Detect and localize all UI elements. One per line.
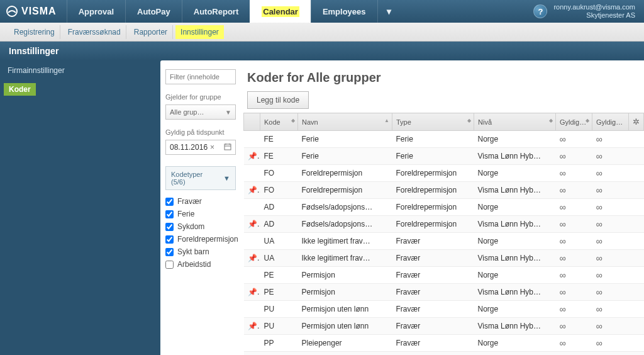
- cell-gyldig-til: ∞: [592, 267, 629, 284]
- table-area: Koder for Alle grupper Legg til kode Kod…: [241, 69, 644, 355]
- cell-spacer: [629, 301, 644, 318]
- svg-rect-1: [225, 144, 231, 150]
- gear-icon[interactable]: ✲: [633, 117, 640, 127]
- table-title: Koder for Alle grupper: [243, 70, 644, 85]
- cell-gyldig-til: ∞: [592, 250, 629, 267]
- group-select[interactable]: Alle grup… ▼: [165, 104, 236, 120]
- checkbox-sykdom[interactable]: [165, 223, 174, 231]
- cell-gyldig-fra: ∞: [556, 165, 592, 182]
- table-header-row: Kode◆ Navn▲ Type◆ Nivå◆ Gyldig…◆ Gyldig……: [244, 113, 644, 131]
- cell-niva: Norge: [474, 131, 556, 148]
- cell-gyldig-fra: ∞: [556, 182, 592, 199]
- pin-icon: 📌: [248, 186, 260, 194]
- leftnav-item-koder[interactable]: Koder: [4, 83, 36, 96]
- content-panel: Gjelder for gruppe Alle grup… ▼ Gyldig p…: [160, 60, 644, 355]
- col-navn[interactable]: Navn▲: [298, 113, 392, 131]
- cell-kode: PU: [260, 301, 298, 318]
- sub-nav: RegistreringFraværssøknadRapporterInnsti…: [0, 23, 644, 42]
- date-value: 08.11.2016: [170, 143, 208, 152]
- subnav-item-innstillinger[interactable]: Innstillinger: [175, 25, 224, 39]
- cell-gyldig-fra: ∞: [556, 335, 592, 352]
- cell-spacer: [629, 318, 644, 335]
- table-row[interactable]: PEPermisjonFraværNorge∞∞: [244, 267, 644, 284]
- cell-gyldig-fra: ∞: [556, 301, 592, 318]
- subnav-item-registrering[interactable]: Registrering: [9, 25, 60, 39]
- table-row[interactable]: 📌ADFødsels/adopsjons…ForeldrepermisjonVi…: [244, 216, 644, 233]
- cell-pin: [244, 267, 260, 284]
- cell-niva: Visma Lønn Hyb…: [474, 148, 556, 165]
- table-row[interactable]: 📌PPPleiepengerFraværVisma Lønn Hyb…∞∞: [244, 352, 644, 356]
- cell-gyldig-til: ∞: [592, 233, 629, 250]
- table-row[interactable]: 📌UAIkke legitimert frav…FraværVisma Lønn…: [244, 250, 644, 267]
- date-input[interactable]: 08.11.2016×: [165, 140, 236, 155]
- kodetyper-dropdown[interactable]: Kodetyper (5/6) ▼: [165, 166, 236, 190]
- cell-navn: Permisjon: [298, 267, 392, 284]
- table-row[interactable]: 📌PEPermisjonFraværVisma Lønn Hyb…∞∞: [244, 284, 644, 301]
- table-row[interactable]: PUPermisjon uten lønnFraværNorge∞∞: [244, 301, 644, 318]
- col-gyldig-til[interactable]: Gyldig…: [592, 113, 629, 131]
- col-gyldig-fra[interactable]: Gyldig…◆: [556, 113, 592, 131]
- date-clear-icon[interactable]: ×: [210, 143, 214, 152]
- topnav-item-approval[interactable]: Approval: [67, 0, 125, 23]
- checkbox-label: Foreldrepermisjon: [177, 235, 238, 244]
- pin-icon: 📌: [248, 152, 260, 161]
- cell-type: Fravær: [392, 301, 474, 318]
- check-row: Sykt barn: [165, 245, 236, 258]
- user-email-link[interactable]: ronny.aukrust@visma.com: [553, 3, 635, 11]
- cell-niva: Visma Lønn Hyb…: [474, 182, 556, 199]
- calendar-icon[interactable]: [224, 143, 231, 152]
- top-bar: VISMA ApprovalAutoPayAutoReportCalendarE…: [0, 0, 644, 23]
- cell-gyldig-til: ∞: [592, 352, 629, 356]
- topnav-item-employees[interactable]: Employees: [311, 0, 377, 23]
- cell-gyldig-fra: ∞: [556, 216, 592, 233]
- col-pin[interactable]: [244, 113, 260, 131]
- cell-gyldig-til: ∞: [592, 131, 629, 148]
- brand-text: VISMA: [21, 6, 57, 17]
- col-niva[interactable]: Nivå◆: [474, 113, 556, 131]
- cell-type: Fravær: [392, 335, 474, 352]
- checkbox-ferie[interactable]: [165, 210, 174, 218]
- cell-niva: Norge: [474, 199, 556, 216]
- table-row[interactable]: 📌FOForeldrepermisjonForeldrepermisjonVis…: [244, 182, 644, 199]
- table-row[interactable]: UAIkke legitimert frav…FraværNorge∞∞: [244, 233, 644, 250]
- table-row[interactable]: ADFødsels/adopsjons…ForeldrepermisjonNor…: [244, 199, 644, 216]
- checkbox-sykt barn[interactable]: [165, 248, 174, 256]
- checkbox-arbeidstid[interactable]: [165, 261, 174, 269]
- cell-type: Fravær: [392, 318, 474, 335]
- cell-spacer: [629, 131, 644, 148]
- cell-gyldig-til: ∞: [592, 182, 629, 199]
- table-row[interactable]: PPPleiepengerFraværNorge∞∞: [244, 335, 644, 352]
- sort-icon: ◆: [586, 118, 589, 123]
- col-kode[interactable]: Kode◆: [260, 113, 298, 131]
- cell-navn: Permisjon uten lønn: [298, 301, 392, 318]
- leftnav-item-firmainnstillinger[interactable]: Firmainnstillinger: [0, 60, 160, 81]
- help-button[interactable]: ?: [533, 4, 547, 18]
- cell-type: Foreldrepermisjon: [392, 182, 474, 199]
- filter-search-input[interactable]: [165, 69, 236, 84]
- col-settings[interactable]: ✲: [629, 113, 644, 131]
- sort-icon: ◆: [467, 118, 471, 123]
- nav-more-button[interactable]: ▾: [377, 0, 401, 23]
- cell-niva: Norge: [474, 233, 556, 250]
- cell-gyldig-fra: ∞: [556, 131, 592, 148]
- cell-gyldig-fra: ∞: [556, 233, 592, 250]
- checkbox-fravær[interactable]: [165, 198, 174, 206]
- table-row[interactable]: 📌FEFerieFerieVisma Lønn Hyb…∞∞: [244, 148, 644, 165]
- col-type[interactable]: Type◆: [392, 113, 474, 131]
- cell-type: Foreldrepermisjon: [392, 199, 474, 216]
- topnav-item-autoreport[interactable]: AutoReport: [182, 0, 250, 23]
- cell-spacer: [629, 233, 644, 250]
- add-code-button[interactable]: Legg til kode: [247, 91, 309, 109]
- topnav-item-autopay[interactable]: AutoPay: [125, 0, 182, 23]
- subnav-item-rapporter[interactable]: Rapporter: [129, 25, 173, 39]
- topnav-item-calendar[interactable]: Calendar: [250, 0, 311, 23]
- checkbox-label: Arbeidstid: [177, 260, 211, 269]
- help-icon: ?: [538, 7, 543, 16]
- checkbox-foreldrepermisjon[interactable]: [165, 235, 174, 244]
- cell-gyldig-til: ∞: [592, 165, 629, 182]
- table-row[interactable]: FOForeldrepermisjonForeldrepermisjonNorg…: [244, 165, 644, 182]
- table-row[interactable]: FEFerieFerieNorge∞∞: [244, 131, 644, 148]
- cell-spacer: [629, 199, 644, 216]
- table-row[interactable]: 📌PUPermisjon uten lønnFraværVisma Lønn H…: [244, 318, 644, 335]
- subnav-item-fraværssøknad[interactable]: Fraværssøknad: [63, 25, 126, 39]
